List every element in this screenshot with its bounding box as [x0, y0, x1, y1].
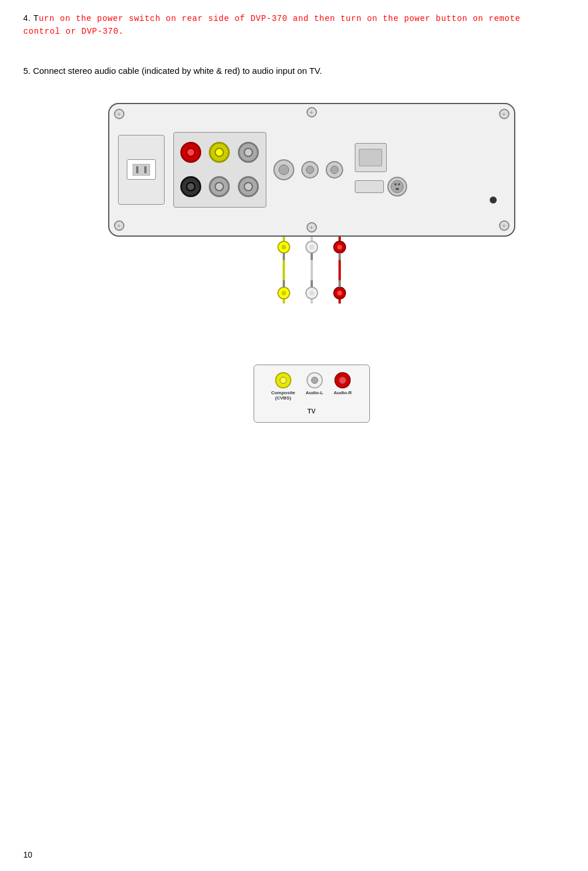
rca-jack-red-inner-1 [186, 148, 195, 157]
rca-jack-black-inner [186, 182, 195, 191]
hdmi-inner [359, 149, 382, 166]
power-connector-inner [133, 164, 150, 176]
screw-top-center [307, 107, 317, 117]
rca-jack-gray-inner-2 [215, 182, 224, 191]
rca-jack-black [180, 176, 201, 197]
rca-jack-gray-3 [238, 176, 259, 197]
svg-point-8 [337, 245, 342, 249]
rca-jack-gray-inner-3 [244, 182, 253, 191]
tv-jack-composite-circle [275, 372, 291, 388]
step5-body: 5. Connect stereo audio cable (indicated… [23, 66, 322, 76]
screw-top-left [114, 109, 124, 119]
tv-jack-composite: Composite (CVBS) [271, 372, 295, 401]
rear-panel [108, 103, 515, 237]
right-section-inner [355, 143, 407, 197]
right-section [355, 143, 407, 197]
tv-jack-composite-label: Composite (CVBS) [271, 390, 295, 401]
round-connector-large [273, 159, 294, 180]
tv-jack-audio-r-circle [334, 372, 351, 388]
screw-bottom-left [114, 220, 124, 231]
svg-point-14 [337, 291, 342, 295]
din-pin-2 [398, 183, 400, 185]
step5-text: 5. Connect stereo audio cable (indicated… [23, 66, 565, 76]
mid-section [273, 159, 343, 180]
power-connector [127, 159, 156, 180]
screw-bottom-right [499, 220, 509, 231]
cable-area: Composite (CVBS) Audio-L [254, 237, 370, 423]
din-pin-4 [395, 188, 398, 190]
screw-top-right [499, 109, 509, 119]
tv-jack-audio-l-inner [311, 377, 318, 384]
small-rect-connector [355, 180, 384, 193]
cables-svg [254, 237, 370, 370]
round-connector-2 [326, 161, 343, 179]
din-inner [391, 180, 404, 193]
right-col [355, 143, 407, 197]
tv-jack-audio-r-inner [339, 377, 346, 384]
round-connector-large-inner [279, 165, 289, 175]
step4-text: 4. Turn on the power switch on rear side… [23, 12, 565, 38]
tv-label: TV [307, 408, 315, 415]
tv-jack-audio-l-label: Audio-L [306, 390, 323, 395]
round-connector-1-inner [306, 166, 314, 174]
status-dot [490, 197, 497, 204]
power-pin-1 [136, 166, 138, 173]
step4-body2: control or DVP-370. [23, 27, 124, 36]
diagram-container: Composite (CVBS) Audio-L [58, 103, 565, 423]
mid-row-1 [273, 159, 343, 180]
tv-jack-audio-r-label: Audio-R [334, 390, 352, 395]
round-connector-1 [301, 161, 319, 179]
tv-jack-audio-l-circle [307, 372, 323, 388]
small-connectors [355, 177, 407, 197]
rca-jack-gray-2 [209, 176, 230, 197]
rca-section [173, 132, 266, 208]
step4-prefix: 4. T [23, 13, 39, 23]
screw-bottom-center [307, 222, 317, 233]
tv-panel-jacks: Composite (CVBS) Audio-L [271, 372, 352, 401]
rca-jack-red-1 [180, 142, 201, 163]
page-number: 10 [23, 850, 33, 859]
round-connector-2-inner [330, 166, 338, 174]
din-connector [387, 177, 407, 197]
rca-jack-yellow-inner [215, 148, 224, 157]
svg-point-12 [309, 291, 314, 295]
rca-jack-gray-inner-1 [244, 148, 253, 157]
rca-jack-gray-1 [238, 142, 259, 163]
tv-jack-audio-r: Audio-R [334, 372, 352, 401]
svg-point-6 [309, 245, 314, 249]
power-pin-2 [144, 166, 147, 173]
tv-jack-composite-inner [280, 377, 287, 384]
tv-jack-audio-l: Audio-L [306, 372, 323, 401]
rca-jack-yellow [209, 142, 230, 163]
power-section [118, 135, 165, 205]
step4-body: urn on the power switch on rear side of … [39, 14, 521, 23]
din-pin-1 [394, 183, 397, 185]
hdmi-connector [355, 143, 387, 172]
svg-point-10 [281, 291, 286, 295]
tv-panel: Composite (CVBS) Audio-L [254, 365, 370, 423]
svg-point-4 [281, 245, 286, 249]
